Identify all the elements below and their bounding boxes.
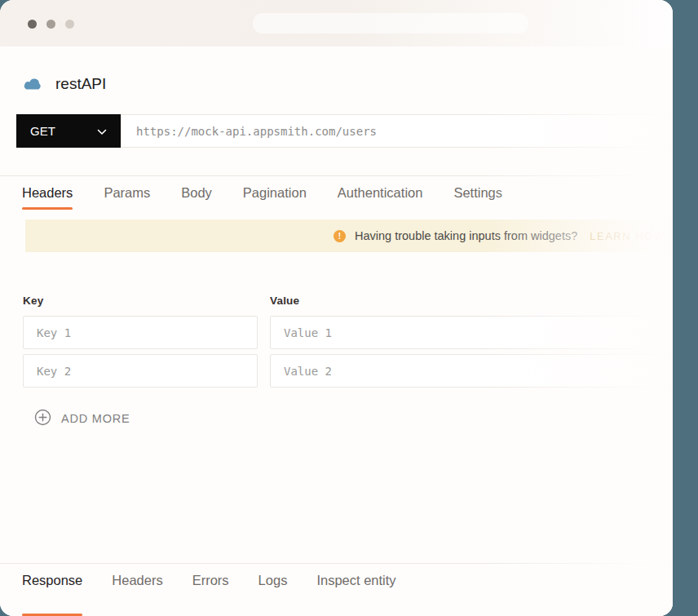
- chevron-down-icon: [97, 124, 107, 138]
- value-1-input[interactable]: [270, 316, 673, 349]
- tab-logs[interactable]: Logs: [258, 573, 288, 616]
- key-1-input[interactable]: [23, 316, 258, 349]
- http-method-select[interactable]: GET: [16, 114, 121, 148]
- value-column-header: Value: [270, 295, 673, 307]
- key-column-header: Key: [23, 295, 258, 307]
- api-header: restAPI: [22, 74, 673, 94]
- tab-body[interactable]: Body: [181, 185, 212, 210]
- cloud-api-icon: [22, 77, 43, 91]
- address-bar-pill: [253, 13, 528, 33]
- api-name-title: restAPI: [55, 75, 106, 93]
- circle-plus-icon: [34, 409, 51, 428]
- tab-pagination[interactable]: Pagination: [243, 185, 307, 210]
- tab-response[interactable]: Response: [22, 573, 82, 616]
- table-row: [23, 316, 673, 354]
- value-2-input[interactable]: [270, 354, 673, 388]
- window-minimize-button[interactable]: [46, 20, 55, 29]
- request-url-row: GET: [16, 114, 673, 148]
- tab-inspect-entity[interactable]: Inspect entity: [316, 573, 395, 616]
- api-url-input[interactable]: [121, 114, 673, 148]
- headers-key-value-section: Key Value: [23, 295, 673, 392]
- widgets-help-banner: ! Having trouble taking inputs from widg…: [25, 219, 673, 252]
- banner-message: Having trouble taking inputs from widget…: [355, 229, 577, 242]
- add-more-label: ADD MORE: [61, 412, 130, 425]
- add-more-button[interactable]: ADD MORE: [34, 409, 130, 428]
- window-maximize-button[interactable]: [65, 20, 74, 29]
- learn-how-link[interactable]: LEARN HOW: [590, 230, 665, 242]
- api-editor-window: restAPI GET Headers Params Body Paginati…: [0, 0, 673, 616]
- window-titlebar: [0, 0, 673, 47]
- tab-authentication[interactable]: Authentication: [338, 185, 423, 210]
- http-method-label: GET: [30, 124, 55, 138]
- tab-settings[interactable]: Settings: [453, 185, 502, 210]
- window-close-button[interactable]: [28, 20, 37, 29]
- table-row: [23, 354, 673, 392]
- response-tabs: Response Headers Errors Logs Inspect ent…: [0, 563, 673, 616]
- tab-params[interactable]: Params: [104, 185, 150, 210]
- tab-errors[interactable]: Errors: [192, 573, 229, 616]
- tab-response-headers[interactable]: Headers: [112, 573, 162, 616]
- window-controls: [28, 20, 74, 29]
- tab-headers[interactable]: Headers: [22, 185, 73, 210]
- warning-icon: !: [334, 230, 346, 242]
- request-tabs: Headers Params Body Pagination Authentic…: [0, 175, 673, 210]
- key-2-input[interactable]: [23, 354, 258, 388]
